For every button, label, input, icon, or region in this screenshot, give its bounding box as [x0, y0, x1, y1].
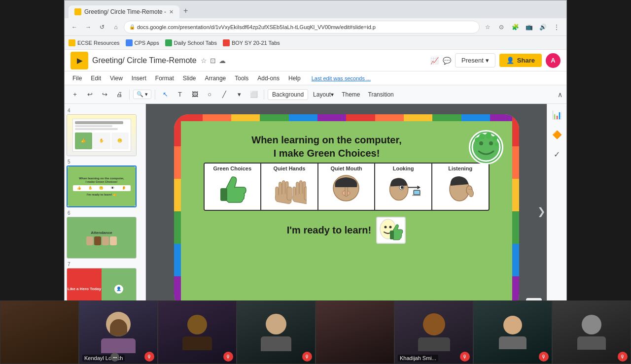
lens-btn[interactable]: ⊙: [495, 21, 507, 33]
panel-explore-icon[interactable]: 📊: [550, 108, 564, 122]
insert-btn[interactable]: +: [69, 88, 81, 101]
mute-btn-kendayl[interactable]: 🎙: [144, 352, 154, 362]
url-bar[interactable]: 🔒 docs.google.com/presentation/d/1vVxyEk…: [124, 21, 480, 33]
lock-icon: 🔒: [129, 24, 135, 30]
image-tool[interactable]: 🖼: [188, 88, 201, 101]
logo-letter: ▶: [77, 57, 82, 65]
panel-check-icon[interactable]: ✓: [550, 147, 564, 161]
menu-help[interactable]: Help: [284, 74, 305, 83]
zoom-control[interactable]: 🔍 ▾: [133, 90, 151, 99]
forward-btn[interactable]: →: [82, 21, 94, 33]
present-dropdown-icon[interactable]: ▾: [486, 57, 489, 64]
menu-addons[interactable]: Add-ons: [253, 74, 283, 83]
theme-btn[interactable]: Theme: [339, 90, 363, 99]
refresh-btn[interactable]: ↺: [96, 21, 108, 33]
slide-title-line2: I make Green Choices!: [251, 147, 401, 160]
mute-btn-7[interactable]: 🎙: [539, 352, 549, 362]
menu-arrange[interactable]: Arrange: [201, 74, 230, 83]
user-avatar[interactable]: A: [546, 53, 561, 68]
new-tab-btn[interactable]: +: [179, 3, 192, 18]
tab-bar: Greeting/ Circle Time-Remote - ✕ +: [65, 0, 566, 18]
bookmark-daily[interactable]: Daily School Tabs: [165, 39, 217, 46]
svg-point-7: [495, 142, 499, 146]
video-tile-khadijah: Khadijah Smi... 🎙: [394, 300, 473, 364]
bookmark-ecse[interactable]: ECSE Resources: [69, 39, 120, 46]
menu-slide[interactable]: Slide: [179, 74, 200, 83]
svg-rect-10: [279, 182, 282, 196]
comment-icon[interactable]: 💬: [443, 57, 451, 65]
menu-insert[interactable]: Insert: [128, 74, 150, 83]
background-btn[interactable]: Background: [268, 89, 308, 100]
slide-panel: 4 👍 ✋ 😶: [65, 104, 146, 319]
slide-thumb-6[interactable]: 6 Attendance: [67, 210, 141, 259]
video-tile-1: [0, 300, 79, 364]
slides-title-icons: ☆ ⊡ ☁: [201, 57, 226, 65]
choice-cell-looking: Looking: [375, 164, 432, 210]
ready-text: I'm ready to learn!: [287, 217, 406, 244]
print-btn[interactable]: 🖨: [113, 88, 126, 101]
menu-format[interactable]: Format: [151, 74, 178, 83]
cloud-icon[interactable]: ☁: [219, 57, 226, 65]
mute-btn-3[interactable]: 🎙: [223, 352, 233, 362]
choice-cell-mouth: Quiet Mouth: [318, 164, 376, 210]
slide-thumb-inner-4: 👍 ✋ 😶: [67, 114, 137, 156]
slides-title[interactable]: Greeting/ Circle Time-Remote: [92, 56, 197, 65]
active-tab[interactable]: Greeting/ Circle Time-Remote - ✕: [69, 5, 179, 18]
svg-point-1: [479, 141, 483, 145]
slide-thumb-4[interactable]: 4 👍 ✋ 😶: [67, 108, 141, 156]
ready-label: I'm ready to learn!: [287, 225, 371, 236]
transition-btn[interactable]: Transition: [365, 90, 397, 99]
mute-btn-4[interactable]: 🎙: [302, 352, 312, 362]
line-tool[interactable]: ╱: [218, 88, 231, 101]
main-slide[interactable]: When learning on the computer, I make Gr…: [174, 114, 519, 309]
video-tile-kendayl: Kendayl Loesch ••• 🎙: [79, 300, 158, 364]
menu-tools[interactable]: Tools: [231, 74, 252, 83]
panel-qa-icon[interactable]: 🔶: [550, 128, 564, 141]
share-btn[interactable]: 👤 Share: [499, 54, 542, 67]
slide-nav-right-btn[interactable]: ❯: [536, 200, 547, 222]
bookmark-star-btn[interactable]: ☆: [482, 21, 493, 33]
mute-btn-khadijah[interactable]: 🎙: [460, 352, 470, 362]
right-panel: 📊 🔶 ✓: [547, 104, 566, 319]
layout-btn[interactable]: Layout▾: [310, 90, 337, 99]
shape-tool[interactable]: ○: [203, 88, 216, 101]
menu-file[interactable]: File: [69, 74, 86, 83]
rainbow-border-top: [174, 114, 519, 121]
toolbar-expand-btn[interactable]: ∧: [558, 91, 562, 99]
share-label: Share: [517, 57, 535, 64]
textbox-tool[interactable]: T: [174, 88, 186, 101]
svg-point-26: [401, 186, 404, 189]
choice-header-listening: Listening: [448, 165, 472, 172]
cast-btn[interactable]: 📺: [523, 21, 535, 33]
present-btn[interactable]: Present ▾: [455, 53, 495, 67]
svg-rect-8: [220, 188, 227, 201]
back-btn[interactable]: ←: [69, 21, 80, 33]
cursor-tool[interactable]: ↖: [159, 88, 172, 101]
bookmark-cps[interactable]: CPS Apps: [126, 39, 159, 46]
more-btn[interactable]: ⋮: [551, 21, 562, 33]
home-btn[interactable]: ⌂: [110, 21, 122, 33]
slide-thumb-5[interactable]: 5 When learning on the computer,I make G…: [67, 159, 141, 207]
bookmarks-bar: ECSE Resources CPS Apps Daily School Tab…: [65, 36, 566, 50]
choice-header-green: Green Choices: [213, 165, 251, 172]
svg-rect-18: [304, 187, 307, 200]
undo-btn[interactable]: ↩: [83, 88, 96, 101]
slideshow-tool[interactable]: ⬜: [247, 88, 260, 101]
svg-point-6: [492, 136, 497, 141]
redo-btn[interactable]: ↪: [98, 88, 111, 101]
last-edit-text[interactable]: Last edit was seconds ...: [312, 75, 371, 81]
present-label: Present: [461, 57, 484, 64]
star-icon[interactable]: ☆: [201, 57, 207, 65]
chart-icon[interactable]: 📈: [430, 57, 439, 65]
extension-btn[interactable]: 🧩: [509, 21, 521, 33]
more-tools[interactable]: ▾: [233, 88, 245, 101]
menu-view[interactable]: View: [106, 74, 127, 83]
menu-bar: File Edit View Insert Format Slide Arran…: [65, 71, 566, 85]
speaker-btn[interactable]: 🔊: [537, 21, 549, 33]
bookmark-boy[interactable]: BOY SY 20-21 Tabs: [223, 39, 280, 46]
tab-close-btn[interactable]: ✕: [169, 9, 174, 15]
drive-icon[interactable]: ⊡: [210, 57, 216, 65]
layout-label: Layout: [313, 91, 331, 98]
mute-btn-8[interactable]: 🎙: [618, 352, 628, 362]
menu-edit[interactable]: Edit: [87, 74, 105, 83]
